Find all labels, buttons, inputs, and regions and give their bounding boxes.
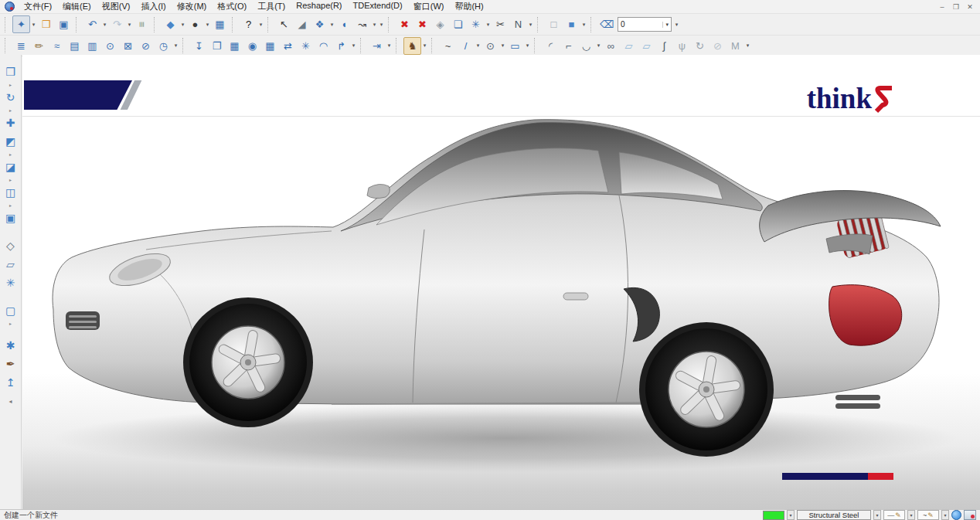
- menu-insert[interactable]: 插入(I): [135, 0, 171, 13]
- dropdown-arrow-icon[interactable]: ▾: [378, 22, 385, 28]
- menu-file[interactable]: 文件(F): [19, 0, 57, 13]
- patch-2-icon[interactable]: ▱: [638, 37, 655, 55]
- fillet-surface-icon[interactable]: ◠: [315, 37, 332, 55]
- s-curve-icon[interactable]: ∫: [655, 37, 673, 55]
- lattice-edit-icon[interactable]: ✳: [467, 15, 485, 33]
- line-style-button[interactable]: — ✎: [883, 510, 905, 520]
- dropdown-arrow-icon[interactable]: ▾: [257, 22, 264, 28]
- box-solid-icon[interactable]: ❒: [2, 63, 20, 81]
- undo-icon[interactable]: ↶: [83, 15, 101, 33]
- dropdown-arrow-icon[interactable]: ▾: [126, 22, 133, 28]
- monitor-alert-icon[interactable]: [964, 510, 976, 520]
- menu-tools[interactable]: 工具(T): [252, 0, 291, 13]
- expand-arrow-icon[interactable]: ▸: [0, 320, 21, 327]
- dropdown-arrow-icon[interactable]: ▾: [499, 42, 506, 49]
- expand-arrow-icon[interactable]: ▸: [0, 107, 21, 114]
- context-help-icon[interactable]: ?: [240, 15, 257, 33]
- chamfer-solid-icon[interactable]: ◪: [2, 158, 20, 176]
- chevron-down-icon[interactable]: ▾: [662, 22, 669, 28]
- book-icon[interactable]: ▥: [83, 37, 101, 55]
- corner-sharp-icon[interactable]: ⌐: [560, 37, 577, 55]
- globe-icon[interactable]: [951, 510, 961, 520]
- layer-combo[interactable]: 0 ▾: [618, 17, 672, 32]
- part-pencil-icon[interactable]: ⊙: [101, 37, 119, 55]
- cut-icon[interactable]: ✂: [492, 15, 509, 33]
- preview-eye-icon[interactable]: ◉: [243, 37, 261, 55]
- edit-solid-icon[interactable]: ■: [563, 15, 580, 33]
- face-solid-icon[interactable]: ◩: [2, 132, 20, 151]
- dropdown-arrow-icon[interactable]: ▾: [350, 42, 357, 49]
- corner-fillet-icon[interactable]: ◜: [542, 37, 560, 55]
- boolean-solid-icon[interactable]: ▣: [2, 209, 20, 227]
- dropdown-arrow-icon[interactable]: ▾: [485, 22, 492, 28]
- rounded-cube-icon[interactable]: ▢: [2, 301, 20, 320]
- menu-edit[interactable]: 编辑(E): [57, 0, 97, 13]
- shell-solid-icon[interactable]: ◫: [2, 183, 20, 202]
- dropdown-arrow-icon[interactable]: ▾: [386, 42, 393, 49]
- patch-icon[interactable]: ▱: [620, 37, 638, 55]
- dropdown-arrow-icon[interactable]: ▾: [475, 42, 481, 49]
- cam-export-icon[interactable]: ⇥: [368, 37, 386, 55]
- menu-help[interactable]: 帮助(H): [449, 0, 488, 13]
- collapse-arrow-icon[interactable]: ◂: [9, 396, 12, 406]
- curve-comb-icon[interactable]: ψ: [673, 37, 691, 55]
- mesh-gears-icon[interactable]: ✳: [297, 37, 315, 55]
- material-combo[interactable]: Structural Steel: [797, 510, 871, 520]
- menu-tdextend[interactable]: TDExtend(D): [348, 0, 408, 13]
- delete-icon[interactable]: ✖: [396, 15, 413, 33]
- dropdown-arrow-icon[interactable]: ▾: [595, 42, 602, 49]
- expand-arrow-icon[interactable]: ▸: [0, 176, 21, 183]
- app-icon[interactable]: [5, 2, 15, 12]
- freehand-curve-icon[interactable]: ~: [439, 37, 457, 55]
- database-star-icon[interactable]: ≣: [12, 37, 30, 55]
- material-dropdown-icon[interactable]: ▾: [873, 510, 881, 520]
- menu-modify[interactable]: 修改(M): [172, 0, 213, 13]
- line-icon[interactable]: /: [457, 37, 475, 55]
- lasso-select-icon[interactable]: ◖: [335, 15, 353, 33]
- bend-curve-icon[interactable]: ↱: [332, 37, 350, 55]
- hammer-tool-icon[interactable]: ✱: [2, 336, 20, 355]
- dropdown-arrow-icon[interactable]: ▾: [371, 22, 378, 28]
- traffic-light-icon[interactable]: ≡: [133, 15, 151, 33]
- blend-curve-icon[interactable]: ◡: [577, 37, 595, 55]
- arc-rotate-icon[interactable]: ↻: [691, 37, 709, 55]
- circle-icon[interactable]: ⊙: [481, 37, 499, 55]
- swap-arrows-icon[interactable]: ⇄: [279, 37, 297, 55]
- wireframe-gem-icon[interactable]: ◈: [431, 15, 449, 33]
- expand-arrow-icon[interactable]: ▸: [0, 202, 21, 209]
- copy-solid-icon[interactable]: ❏: [449, 15, 467, 33]
- knight-icon[interactable]: ♞: [403, 37, 421, 55]
- import-icon[interactable]: ↧: [190, 37, 208, 55]
- expand-arrow-icon[interactable]: ▸: [0, 81, 21, 88]
- model-viewport[interactable]: think: [22, 55, 980, 509]
- shaded-view-icon[interactable]: ◆: [162, 15, 179, 33]
- dropdown-arrow-icon[interactable]: ▾: [580, 22, 587, 28]
- loft-sheet-icon[interactable]: ≈: [48, 37, 66, 55]
- restore-button[interactable]: ❐: [951, 2, 961, 11]
- active-color-swatch[interactable]: [763, 511, 784, 520]
- mesh-star-icon[interactable]: ✳: [2, 274, 20, 292]
- history-clock-icon[interactable]: ◷: [155, 37, 172, 55]
- dropdown-arrow-icon[interactable]: ▾: [421, 42, 428, 49]
- open-icon[interactable]: ❒: [37, 15, 55, 33]
- export-solid-icon[interactable]: ↥: [2, 373, 20, 392]
- new-document-icon[interactable]: ✦: [12, 15, 30, 33]
- dropdown-arrow-icon[interactable]: ▾: [172, 42, 179, 49]
- rotate-solid-icon[interactable]: ↻: [2, 88, 20, 107]
- sketch-plane-icon[interactable]: ▱: [2, 255, 20, 274]
- snapshot-icon[interactable]: ❐: [208, 37, 226, 55]
- rectangle-icon[interactable]: ▭: [506, 37, 524, 55]
- dropdown-arrow-icon[interactable]: ▾: [101, 22, 108, 28]
- move-solid-icon[interactable]: ✚: [2, 114, 20, 132]
- dropdown-arrow-icon[interactable]: ▾: [673, 22, 680, 28]
- erase-solid-icon[interactable]: ⊠: [119, 37, 137, 55]
- layer-eraser-icon[interactable]: ⌫: [598, 15, 616, 33]
- close-button[interactable]: ✕: [965, 2, 975, 11]
- dropdown-arrow-icon[interactable]: ▾: [744, 42, 751, 49]
- dropdown-arrow-icon[interactable]: ▾: [527, 22, 534, 28]
- select-face-icon[interactable]: ◢: [293, 15, 311, 33]
- brush-tool-icon[interactable]: ✒: [2, 355, 20, 373]
- table-icon[interactable]: ▦: [211, 15, 229, 33]
- minimize-button[interactable]: –: [937, 2, 948, 11]
- delete-all-icon[interactable]: ✖: [413, 15, 431, 33]
